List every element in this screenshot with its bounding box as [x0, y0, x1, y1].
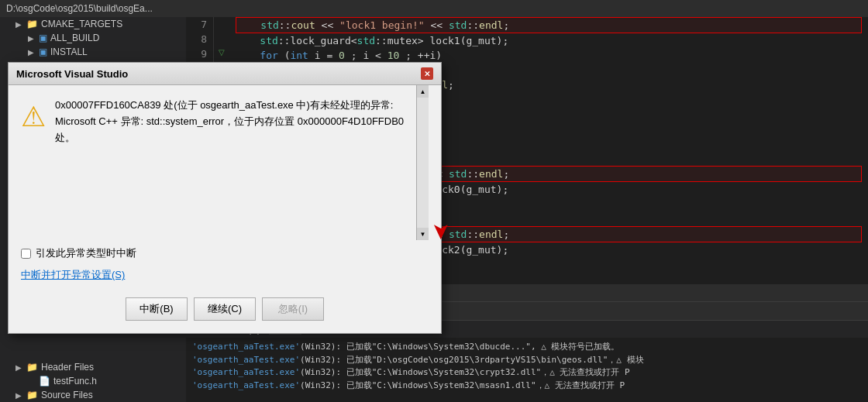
dialog-link-row: 中断并打开异常设置(S)	[9, 266, 441, 291]
sidebar-item-label: ALL_BUILD	[50, 33, 99, 43]
dialog-message1: 0x00007FFD160CA839 处(位于 osgearth_aaTest.…	[55, 99, 393, 111]
sidebar-item-label: Source Files	[41, 390, 93, 400]
build-icon: ▣	[39, 33, 47, 43]
arrow-icon: ▶	[28, 48, 36, 57]
code-line-8: std::lock_guard<std::mutex> lock1(g_mut)…	[236, 33, 862, 48]
sidebar-item-cmake[interactable]: ▶ 📁 CMAKE_TARGETS	[0, 17, 186, 31]
title-text: D:\osgCode\osg2015\build\osgEa...	[6, 3, 153, 14]
gutter-line	[214, 17, 229, 31]
sidebar-item-allbuild[interactable]: ▶ ▣ ALL_BUILD	[0, 31, 186, 45]
exception-type-checkbox[interactable]	[21, 249, 31, 259]
sidebar-item-label: INSTALL	[50, 46, 88, 57]
scroll-down-button[interactable]: ▼	[417, 228, 429, 240]
break-button[interactable]: 中断(B)	[126, 297, 188, 321]
arrow-icon: ▶	[16, 363, 23, 372]
title-bar: D:\osgCode\osg2015\build\osgEa...	[0, 0, 868, 17]
output-line-2: 'osgearth_aaTest.exe'(Win32): 已加载"D:\osg…	[192, 354, 862, 367]
gutter-fold: ▽	[214, 45, 229, 59]
code-line-9: for (int i = 0 ; i < 10 ; ++i)	[236, 48, 862, 63]
folder-icon: 📁	[26, 362, 38, 373]
arrow-icon: ▶	[28, 34, 36, 43]
warning-icon: ⚠	[21, 101, 46, 228]
dialog-body: ⚠ 0x00007FFD160CA839 处(位于 osgearth_aaTes…	[9, 85, 416, 240]
dialog-message2: Microsoft C++ 异常: std::system_error，位于内存…	[55, 115, 404, 127]
output-content: 'osgearth_aaTest.exe'(Win32): 已加载"C:\Win…	[186, 338, 868, 402]
folder-icon: 📁	[26, 19, 38, 29]
sidebar-item-install[interactable]: ▶ ▣ INSTALL	[0, 45, 186, 59]
dialog-title-text: Microsoft Visual Studio	[16, 68, 128, 80]
dialog-checkbox-row: 引发此异常类型时中断	[9, 240, 441, 266]
sidebar-item-sourcefiles[interactable]: ▶ 📁 Source Files	[0, 388, 186, 402]
continue-button[interactable]: 继续(C)	[194, 297, 256, 321]
dialog-title: Microsoft Visual Studio ✕	[9, 63, 441, 85]
sidebar-item-label: CMAKE_TARGETS	[41, 19, 122, 29]
output-line-4: 'osgearth_aaTest.exe'(Win32): 已加载"C:\Win…	[192, 380, 862, 393]
dialog-buttons: 中断(B) 继续(C) 忽略(I)	[9, 291, 441, 333]
output-line-1: 'osgearth_aaTest.exe'(Win32): 已加载"C:\Win…	[192, 341, 862, 354]
folder-icon: 📁	[26, 390, 38, 400]
arrow-icon: ▶	[16, 20, 23, 29]
exception-settings-link[interactable]: 中断并打开异常设置(S)	[21, 269, 125, 280]
code-line-7: std::cout << "lock1 begin!" << std::endl…	[236, 17, 862, 33]
dialog-text: 0x00007FFD160CA839 处(位于 osgearth_aaTest.…	[55, 98, 404, 228]
sidebar-item-headerfiles[interactable]: ▶ 📁 Header Files	[0, 360, 186, 374]
ignore-button[interactable]: 忽略(I)	[262, 297, 324, 321]
dialog-scrollbar[interactable]: ▲ ▼	[416, 85, 429, 240]
file-icon: 📄	[39, 376, 50, 387]
output-line-3: 'osgearth_aaTest.exe'(Win32): 已加载"C:\Win…	[192, 366, 862, 380]
arrow-icon: ▶	[16, 391, 23, 400]
sidebar-item-label: Header Files	[41, 362, 94, 373]
exception-dialog[interactable]: Microsoft Visual Studio ✕ ⚠ 0x00007FFD16…	[8, 62, 442, 334]
sidebar-item-testfunch[interactable]: ▶ 📄 testFunc.h	[0, 374, 186, 388]
scroll-up-button[interactable]: ▲	[417, 85, 429, 98]
gutter-line	[214, 31, 229, 45]
build-icon: ▣	[39, 46, 47, 57]
checkbox-label: 引发此异常类型时中断	[36, 246, 136, 260]
dialog-message3: 处。	[55, 132, 75, 143]
dialog-close-button[interactable]: ✕	[421, 67, 433, 80]
sidebar-item-label: testFunc.h	[53, 376, 97, 387]
